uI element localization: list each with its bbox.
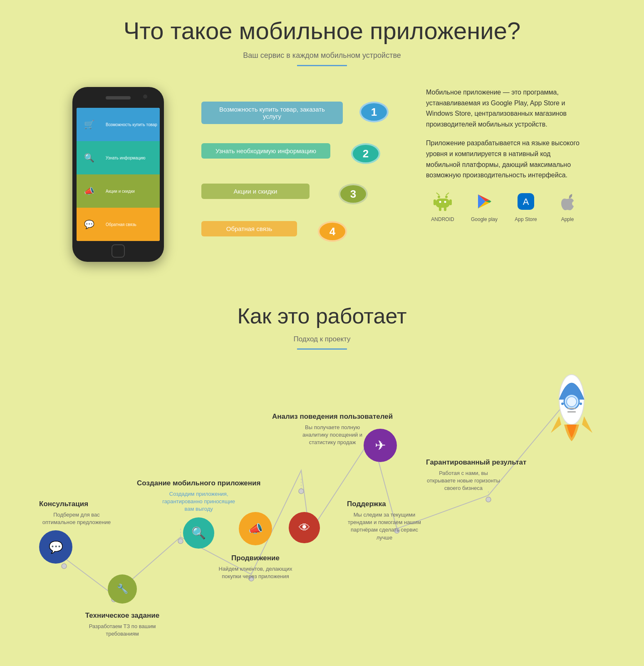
node-eye-circle: 👁 (289, 512, 320, 543)
node-consultation-desc: Подберем для вас оптимальное предложение (39, 511, 114, 526)
node-support-title: Поддержка (347, 500, 386, 509)
svg-point-42 (561, 403, 564, 405)
svg-point-0 (438, 196, 440, 198)
google-play-label: Google play (468, 216, 501, 222)
svg-rect-2 (436, 199, 450, 208)
content-row: 🛒 Возможность купить товар 🔍 Узнать инфо… (25, 87, 619, 262)
svg-rect-3 (433, 199, 436, 205)
svg-point-32 (299, 489, 304, 494)
node-technical-title: Техническое задание (85, 611, 159, 620)
svg-rect-41 (567, 411, 576, 413)
node-analysis-title: Анализ поведения пользователей (272, 412, 393, 421)
apple-item: Apple (551, 189, 584, 222)
phone-label-2: Узнать информацию (102, 141, 160, 174)
feature-row-2: Узнать необходимую информацию (201, 143, 330, 159)
feature-row-1: Возможность купить товар, заказать услуг… (201, 102, 343, 124)
node-consultation: Консультация Подберем для вас оптимально… (39, 500, 114, 568)
node-promotion-desc: Найдем клиентов, делающих покупки через … (218, 565, 293, 580)
phone-body: 🛒 Возможность купить товар 🔍 Узнать инфо… (72, 87, 164, 262)
node-technical: 🔧 Техническое задание Разработаем ТЗ по … (85, 574, 160, 638)
android-icon (430, 189, 455, 214)
phone-label-1: Возможность купить товар (102, 108, 160, 141)
svg-point-10 (444, 201, 446, 203)
app-store-item: A App Store (509, 189, 542, 222)
subtitle-divider (297, 65, 347, 66)
workflow-diagram: Консультация Подберем для вас оптимально… (31, 375, 613, 624)
feature-number-4: 4 (318, 221, 347, 242)
node-result-title: Гарантированный результат (426, 458, 526, 467)
phone-row-4: 💬 Обратная связь (77, 208, 160, 241)
node-promotion: 📣 Продвижение Найдем клиентов, делающих … (218, 512, 293, 580)
feature-label-4: Обратная связь (226, 225, 272, 232)
phone-home-button[interactable] (111, 244, 125, 258)
node-creation-title: Создание мобильного приложения (137, 479, 260, 488)
node-support-desc: Мы следим за текущими трендами и помогае… (347, 511, 422, 542)
node-promotion-circle: 📣 (239, 512, 272, 545)
rocket-illustration (534, 366, 609, 450)
node-creation-circle: 🔍 (183, 517, 214, 549)
svg-point-39 (567, 397, 577, 407)
phone-screen: 🛒 Возможность купить товар 🔍 Узнать инфо… (77, 108, 160, 241)
svg-text:A: A (523, 196, 529, 207)
phone-icon-search: 🔍 (77, 141, 102, 174)
svg-rect-5 (439, 207, 441, 211)
node-technical-circle: 🔧 (108, 574, 137, 604)
feature-label-2: Узнать необходимую информацию (215, 147, 316, 154)
node-plane-circle: ✈ (364, 429, 397, 462)
node-result-desc: Работая с нами, вы открываете новые гори… (426, 470, 501, 492)
main-title: Что такое мобильное приложение? (25, 17, 619, 45)
node-eye: 👁 (289, 512, 320, 547)
svg-line-8 (446, 193, 449, 195)
svg-rect-6 (444, 207, 446, 211)
google-play-item: Google play (468, 189, 501, 222)
feature-row-3: Акции и скидки (201, 184, 310, 199)
svg-rect-4 (449, 199, 452, 205)
phone-row-1: 🛒 Возможность купить товар (77, 108, 160, 141)
section-how-it-works: Как это работает Подход к проекту (0, 287, 644, 649)
node-consultation-title: Консультация (39, 500, 88, 509)
android-store-label: ANDROID (426, 216, 459, 222)
section-what-is-app: Что такое мобильное приложение? Ваш серв… (0, 0, 644, 287)
desc-paragraph-1: Мобильное приложение — это программа, ус… (426, 87, 584, 129)
phone-row-3: 📣 Акции и скидки (77, 174, 160, 208)
feature-row-4: Обратная связь (201, 221, 297, 236)
node-analysis-desc: Вы получаете полную аналитику посещений … (295, 424, 370, 447)
section2-subtitle: Подход к проекту (25, 335, 619, 343)
subtitle: Ваш сервис в каждом мобильном устройстве (25, 51, 619, 60)
features-panel: Возможность купить товар, заказать услуг… (201, 87, 401, 262)
phone-row-2: 🔍 Узнать информацию (77, 141, 160, 174)
app-store-icon: A (513, 189, 538, 214)
google-play-icon (472, 189, 497, 214)
phone-speaker (106, 96, 131, 99)
android-store-item: ANDROID (426, 189, 459, 222)
phone-container: 🛒 Возможность купить товар 🔍 Узнать инфо… (60, 87, 176, 262)
node-plane: ✈ (364, 429, 397, 466)
store-icons-row: ANDROID Google play (426, 189, 584, 222)
feature-label-3: Акции и скидки (234, 188, 277, 195)
node-creation-desc: Создадим приложения, гарантированно прин… (161, 490, 236, 513)
app-store-label: App Store (509, 216, 542, 222)
svg-point-36 (486, 497, 491, 502)
phone-label-3: Акции и скидки (102, 174, 160, 208)
node-result: Гарантированный результат Работая с нами… (426, 458, 526, 492)
svg-point-1 (445, 196, 448, 198)
phone-label-4: Обратная связь (102, 208, 160, 241)
node-technical-desc: Разработаем ТЗ по вашим требованиям (85, 623, 160, 638)
phone-camera (143, 94, 147, 99)
apple-label: Apple (551, 216, 584, 222)
feature-label-1: Возможность купить товар, заказать услуг… (219, 106, 325, 120)
phone-icon-megaphone: 📣 (77, 174, 102, 208)
section2-title: Как это работает (25, 303, 619, 328)
node-support-label: Поддержка Мы следим за текущими трендами… (347, 500, 422, 542)
phone-icon-cart: 🛒 (77, 108, 102, 141)
feature-number-3: 3 (339, 184, 368, 204)
svg-rect-40 (567, 408, 576, 409)
desc-paragraph-2: Приложение разрабатывается на языке высо… (426, 138, 584, 180)
feature-number-1: 1 (359, 102, 389, 122)
svg-point-43 (580, 403, 582, 405)
node-promotion-title: Продвижение (231, 554, 280, 563)
phone-icon-chat: 💬 (77, 208, 102, 241)
section2-divider (297, 348, 347, 350)
node-consultation-circle: 💬 (39, 530, 72, 564)
right-description: Мобильное приложение — это программа, ус… (426, 87, 584, 222)
